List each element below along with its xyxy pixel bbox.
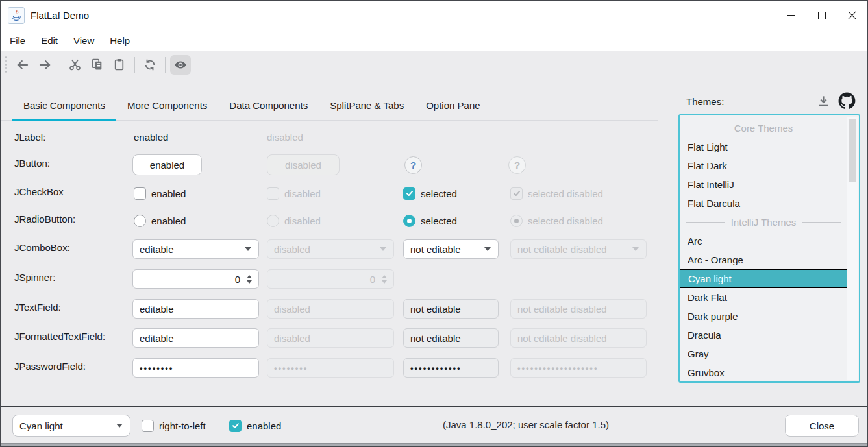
row-label-jbutton: JButton: [14,158,50,169]
textfield-value: not editable [410,304,461,315]
close-button[interactable]: Close [785,415,859,437]
spinner-value: 0 [235,274,240,285]
theme-item-flat-darcula[interactable]: Flat Darcula [680,194,847,213]
tab-basic-components[interactable]: Basic Components [12,91,116,120]
show-hover-toggle-button[interactable] [170,55,191,75]
chevron-down-icon [380,247,386,251]
combo-dropdown-button[interactable] [238,240,258,258]
window-controls [776,1,867,30]
theme-select-combobox[interactable]: Cyan light [12,415,130,437]
combo-dropdown-button[interactable] [110,415,130,436]
jbutton-help-disabled: ? [508,156,526,174]
themes-list[interactable]: Core Themes Flat Light Flat Dark Flat In… [678,114,860,383]
jcombobox-editable[interactable]: editable [132,239,259,259]
jformattedtextfield-not-editable[interactable]: not editable [403,328,499,348]
theme-item-flat-intellij[interactable]: Flat IntelliJ [680,175,847,194]
toolbar-separator [134,57,135,73]
toolbar-grip[interactable] [5,56,7,73]
theme-item-dracula[interactable]: Dracula [680,326,847,344]
checkbox-checked-icon [403,187,415,200]
tab-option-pane[interactable]: Option Pane [415,91,491,120]
github-icon [838,92,856,110]
refresh-icon [143,58,157,72]
theme-item-flat-light[interactable]: Flat Light [680,138,847,156]
maximize-icon [818,12,826,19]
titlebar[interactable]: FlatLaf Demo [1,1,867,30]
jpasswordfield-not-editable[interactable]: •••••••••••• [403,358,499,378]
checkbox-label: disabled [284,188,321,199]
toolbar [1,51,867,79]
theme-item-dark-flat[interactable]: Dark Flat [680,288,847,307]
jtextfield-not-editable[interactable]: not editable [403,299,499,319]
jformattedtextfield-disabled: disabled [267,328,394,348]
jcheckbox-selected-disabled: selected disabled [510,186,603,201]
toolbar-separator [60,57,60,73]
radio-label: selected disabled [528,215,603,226]
github-link[interactable] [838,92,856,110]
maximize-button[interactable] [806,1,837,30]
menu-help[interactable]: Help [102,30,138,51]
checkbox-checked-icon [510,187,523,200]
theme-item-flat-dark[interactable]: Flat Dark [680,156,847,175]
cut-icon [68,58,82,71]
tab-data-components[interactable]: Data Components [218,91,319,120]
minimize-button[interactable] [776,1,806,30]
jcheckbox-selected[interactable]: selected [403,186,457,201]
radio-unselected-icon [134,215,146,227]
theme-item-cyan-light[interactable]: Cyan light [680,269,847,288]
java-app-icon [8,7,25,24]
forward-button[interactable] [34,55,55,75]
password-value: •••••••• [274,363,308,373]
jcombobox-disabled: disabled [267,239,394,259]
spinner-up-icon [382,275,387,278]
textfield-value: disabled [274,333,310,344]
combo-dropdown-button[interactable] [478,240,498,258]
combo-dropdown-button [626,240,646,258]
row-label-jspinner: JSpinner: [14,272,55,283]
jcombobox-not-editable[interactable]: not editable [403,239,499,259]
jradiobutton-enabled[interactable]: enabled [134,213,186,228]
back-arrow-icon [16,58,30,72]
eye-icon [173,58,188,72]
jspinner-enabled[interactable]: 0 [132,269,259,289]
scrollbar-thumb[interactable] [849,119,856,182]
jtextfield-editable[interactable]: editable [132,299,259,319]
refresh-button[interactable] [140,55,160,75]
tab-more-components[interactable]: More Components [116,91,218,120]
download-themes-button[interactable] [816,94,831,109]
checkbox-label: selected [421,188,457,199]
theme-item-dark-purple[interactable]: Dark purple [680,307,847,326]
cut-button[interactable] [65,55,86,75]
back-button[interactable] [12,55,33,75]
menu-file[interactable]: File [2,30,33,51]
jpasswordfield-editable[interactable]: •••••••• [132,358,259,378]
menu-edit[interactable]: Edit [33,30,66,51]
spinner-down-icon [382,280,387,284]
theme-item-gruvbox[interactable]: Gruvbox [680,363,847,382]
window-bottom-edge [1,443,867,446]
tab-splitpane-tabs[interactable]: SplitPane & Tabs [319,91,415,120]
textfield-value: not editable [410,333,461,344]
textfield-value: not editable disabled [517,304,607,315]
themes-scrollbar[interactable] [847,117,858,380]
jformattedtextfield-editable[interactable]: editable [132,328,259,348]
theme-item-gray[interactable]: Gray [680,344,847,363]
enabled-checkbox[interactable]: enabled [229,418,281,433]
checkbox-unchecked-icon [134,187,146,200]
jbutton-enabled[interactable]: enabled [132,154,202,175]
paste-button[interactable] [109,55,130,75]
jcheckbox-enabled[interactable]: enabled [134,186,186,201]
theme-item-arc-orange[interactable]: Arc - Orange [680,250,847,269]
combo-dropdown-button [373,240,393,258]
copy-button[interactable] [87,55,108,75]
textfield-value: disabled [274,304,310,315]
checkbox-unchecked-icon [267,187,279,200]
close-window-button[interactable] [837,1,867,30]
right-to-left-checkbox[interactable]: right-to-left [142,418,206,433]
menu-view[interactable]: View [66,30,102,51]
jtextfield-not-editable-disabled: not editable disabled [510,299,647,319]
jradiobutton-selected[interactable]: selected [403,213,457,228]
theme-item-arc[interactable]: Arc [680,232,847,250]
spinner-buttons[interactable] [240,270,258,288]
jbutton-help-enabled[interactable]: ? [404,156,422,174]
